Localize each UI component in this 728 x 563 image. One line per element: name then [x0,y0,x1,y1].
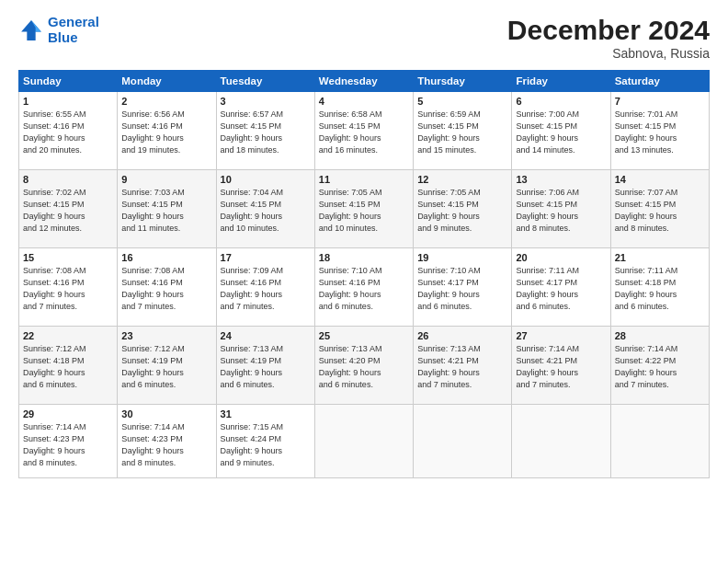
day-number: 14 [615,174,705,185]
day-number: 30 [121,408,211,419]
day-info: Sunrise: 7:08 AMSunset: 4:16 PMDaylight:… [23,265,113,313]
day-info: Sunrise: 7:02 AMSunset: 4:15 PMDaylight:… [23,187,113,235]
logo-icon [18,17,44,43]
day-number: 12 [417,174,507,185]
day-info: Sunrise: 7:11 AMSunset: 4:17 PMDaylight:… [516,265,606,313]
day-info: Sunrise: 7:05 AMSunset: 4:15 PMDaylight:… [319,187,409,235]
week-row-1: 1Sunrise: 6:55 AMSunset: 4:16 PMDaylight… [19,92,710,170]
day-number: 1 [23,96,113,107]
day-cell: 31Sunrise: 7:15 AMSunset: 4:24 PMDayligh… [216,405,314,478]
day-info: Sunrise: 7:12 AMSunset: 4:19 PMDaylight:… [121,343,211,391]
col-header-wednesday: Wednesday [314,71,413,92]
day-number: 7 [615,96,705,107]
col-header-sunday: Sunday [19,71,118,92]
week-row-3: 15Sunrise: 7:08 AMSunset: 4:16 PMDayligh… [19,248,710,327]
col-header-thursday: Thursday [414,71,512,92]
day-info: Sunrise: 7:08 AMSunset: 4:16 PMDaylight:… [121,265,211,313]
day-info: Sunrise: 6:56 AMSunset: 4:16 PMDaylight:… [121,109,211,156]
day-number: 15 [23,252,113,263]
day-number: 23 [121,330,211,341]
day-number: 3 [221,96,311,107]
day-info: Sunrise: 6:58 AMSunset: 4:15 PMDaylight:… [319,109,409,156]
day-cell: 3Sunrise: 6:57 AMSunset: 4:15 PMDaylight… [216,92,314,170]
day-number: 28 [615,330,705,341]
day-cell: 12Sunrise: 7:05 AMSunset: 4:15 PMDayligh… [414,170,512,248]
day-cell: 6Sunrise: 7:00 AMSunset: 4:15 PMDaylight… [512,92,610,170]
day-info: Sunrise: 6:57 AMSunset: 4:15 PMDaylight:… [221,109,311,156]
day-cell: 9Sunrise: 7:03 AMSunset: 4:15 PMDaylight… [118,170,216,248]
day-cell: 14Sunrise: 7:07 AMSunset: 4:15 PMDayligh… [610,170,709,248]
day-number: 25 [319,330,409,341]
day-cell: 17Sunrise: 7:09 AMSunset: 4:16 PMDayligh… [216,248,314,327]
day-cell: 10Sunrise: 7:04 AMSunset: 4:15 PMDayligh… [216,170,314,248]
day-number: 2 [121,96,211,107]
day-number: 5 [417,96,507,107]
day-info: Sunrise: 6:55 AMSunset: 4:16 PMDaylight:… [23,109,113,156]
day-number: 31 [221,408,311,419]
day-number: 13 [516,174,606,185]
day-number: 10 [221,174,311,185]
day-cell: 29Sunrise: 7:14 AMSunset: 4:23 PMDayligh… [19,405,118,478]
day-number: 17 [221,252,311,263]
day-info: Sunrise: 7:01 AMSunset: 4:15 PMDaylight:… [615,109,705,156]
logo-line2: Blue [48,29,78,45]
day-cell: 26Sunrise: 7:13 AMSunset: 4:21 PMDayligh… [414,327,512,405]
logo-line1: General [48,14,99,29]
day-cell: 20Sunrise: 7:11 AMSunset: 4:17 PMDayligh… [512,248,610,327]
day-cell: 21Sunrise: 7:11 AMSunset: 4:18 PMDayligh… [610,248,709,327]
day-cell [414,405,512,478]
day-cell: 4Sunrise: 6:58 AMSunset: 4:15 PMDaylight… [314,92,413,170]
day-number: 20 [516,252,606,263]
day-cell [512,405,610,478]
day-info: Sunrise: 7:14 AMSunset: 4:22 PMDaylight:… [615,343,705,391]
day-info: Sunrise: 7:12 AMSunset: 4:18 PMDaylight:… [23,343,113,391]
day-info: Sunrise: 7:00 AMSunset: 4:15 PMDaylight:… [516,109,606,156]
day-cell: 11Sunrise: 7:05 AMSunset: 4:15 PMDayligh… [314,170,413,248]
day-info: Sunrise: 7:06 AMSunset: 4:15 PMDaylight:… [516,187,606,235]
day-info: Sunrise: 7:15 AMSunset: 4:24 PMDaylight:… [221,421,311,469]
day-cell: 27Sunrise: 7:14 AMSunset: 4:21 PMDayligh… [512,327,610,405]
week-row-5: 29Sunrise: 7:14 AMSunset: 4:23 PMDayligh… [19,405,710,478]
day-info: Sunrise: 7:13 AMSunset: 4:21 PMDaylight:… [417,343,507,391]
day-number: 16 [121,252,211,263]
day-info: Sunrise: 7:03 AMSunset: 4:15 PMDaylight:… [121,187,211,235]
week-row-2: 8Sunrise: 7:02 AMSunset: 4:15 PMDaylight… [19,170,710,248]
col-header-tuesday: Tuesday [216,71,314,92]
day-info: Sunrise: 7:14 AMSunset: 4:23 PMDaylight:… [23,421,113,469]
day-cell: 28Sunrise: 7:14 AMSunset: 4:22 PMDayligh… [610,327,709,405]
day-info: Sunrise: 7:10 AMSunset: 4:17 PMDaylight:… [417,265,507,313]
day-cell [610,405,709,478]
col-header-friday: Friday [512,71,610,92]
day-cell: 7Sunrise: 7:01 AMSunset: 4:15 PMDaylight… [610,92,709,170]
day-cell: 24Sunrise: 7:13 AMSunset: 4:19 PMDayligh… [216,327,314,405]
day-number: 26 [417,330,507,341]
day-number: 27 [516,330,606,341]
day-number: 11 [319,174,409,185]
day-cell: 23Sunrise: 7:12 AMSunset: 4:19 PMDayligh… [118,327,216,405]
day-info: Sunrise: 7:11 AMSunset: 4:18 PMDaylight:… [615,265,705,313]
location: Sabnova, Russia [507,46,710,61]
day-cell: 5Sunrise: 6:59 AMSunset: 4:15 PMDaylight… [414,92,512,170]
day-number: 21 [615,252,705,263]
day-info: Sunrise: 7:04 AMSunset: 4:15 PMDaylight:… [221,187,311,235]
logo-text: General Blue [48,15,99,45]
day-cell: 22Sunrise: 7:12 AMSunset: 4:18 PMDayligh… [19,327,118,405]
day-cell: 8Sunrise: 7:02 AMSunset: 4:15 PMDaylight… [19,170,118,248]
logo: General Blue [18,15,99,45]
day-info: Sunrise: 7:13 AMSunset: 4:20 PMDaylight:… [319,343,409,391]
title-block: December 2024 Sabnova, Russia [507,15,710,61]
day-info: Sunrise: 7:09 AMSunset: 4:16 PMDaylight:… [221,265,311,313]
day-cell: 18Sunrise: 7:10 AMSunset: 4:16 PMDayligh… [314,248,413,327]
day-info: Sunrise: 6:59 AMSunset: 4:15 PMDaylight:… [417,109,507,156]
day-cell: 2Sunrise: 6:56 AMSunset: 4:16 PMDaylight… [118,92,216,170]
day-info: Sunrise: 7:14 AMSunset: 4:21 PMDaylight:… [516,343,606,391]
day-cell: 19Sunrise: 7:10 AMSunset: 4:17 PMDayligh… [414,248,512,327]
day-cell [314,405,413,478]
col-header-monday: Monday [118,71,216,92]
day-info: Sunrise: 7:10 AMSunset: 4:16 PMDaylight:… [319,265,409,313]
day-number: 29 [23,408,113,419]
day-number: 22 [23,330,113,341]
day-info: Sunrise: 7:14 AMSunset: 4:23 PMDaylight:… [121,421,211,469]
day-cell: 15Sunrise: 7:08 AMSunset: 4:16 PMDayligh… [19,248,118,327]
day-cell: 16Sunrise: 7:08 AMSunset: 4:16 PMDayligh… [118,248,216,327]
